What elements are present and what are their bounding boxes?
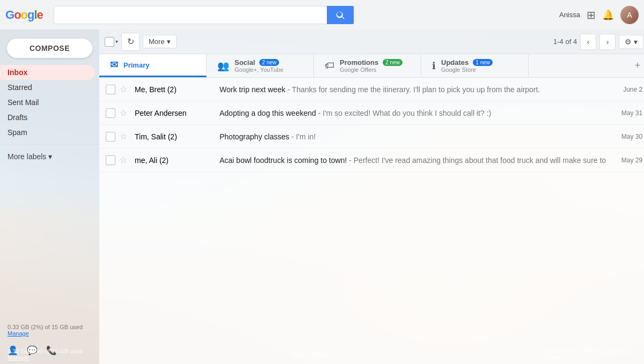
- tab-updates[interactable]: ℹ Updates 1 new Google Store: [421, 54, 529, 77]
- email-checkbox[interactable]: [106, 132, 115, 142]
- add-tab-button[interactable]: +: [626, 54, 644, 77]
- tab-social[interactable]: 👥 Social 2 new Google+, YouTube: [207, 54, 314, 77]
- starred-label: Starred: [8, 83, 32, 92]
- prev-page-button[interactable]: ‹: [580, 34, 596, 50]
- more-labels-arrow-icon: ▾: [48, 152, 52, 161]
- inbox-label: Inbox: [8, 68, 27, 77]
- email-snippet: - I'm so excited! What do you think I sh…: [318, 109, 491, 117]
- more-dropdown-arrow-icon: ▾: [167, 38, 171, 46]
- sidebar-item-starred[interactable]: Starred: [0, 80, 95, 95]
- table-row[interactable]: ☆ Tim, Salit (2) Photography classes - I…: [99, 125, 644, 148]
- email-content: Photography classes - I'm in!: [219, 132, 606, 141]
- email-subject: Photography classes: [219, 132, 289, 141]
- email-date: May 30: [610, 133, 642, 140]
- email-list: ☆ Me, Brett (2) Work trip next week - Th…: [99, 78, 644, 364]
- compose-button[interactable]: COMPOSE: [6, 38, 93, 58]
- toolbar-right: 1-4 of 4 ‹ › ⚙ ▾: [553, 34, 643, 50]
- email-subject: Adopting a dog this weekend: [219, 109, 316, 117]
- details-link[interactable]: Details: [543, 354, 561, 361]
- sidebar-storage: 0.33 GB (2%) of 15 GB used Manage: [0, 320, 99, 341]
- promotions-badge: 2 new: [383, 59, 402, 66]
- email-content: Acai bowl foodtruck is coming to town! -…: [219, 156, 606, 165]
- settings-button[interactable]: ⚙ ▾: [619, 35, 643, 49]
- more-button[interactable]: More ▾: [143, 35, 177, 48]
- email-date: June 2: [610, 86, 642, 93]
- search-button[interactable]: [327, 6, 354, 24]
- star-icon[interactable]: ☆: [120, 155, 130, 165]
- sidebar-item-sent[interactable]: Sent Mail: [0, 95, 95, 110]
- sidebar-item-drafts[interactable]: Drafts: [0, 110, 95, 125]
- email-date: May 29: [610, 157, 642, 164]
- refresh-icon: ↻: [127, 36, 134, 47]
- page-info: 1-4 of 4: [553, 38, 577, 46]
- search-input[interactable]: [54, 11, 327, 19]
- notifications-icon[interactable]: 🔔: [602, 9, 614, 21]
- drafts-label: Drafts: [8, 113, 27, 122]
- next-page-button[interactable]: ›: [599, 34, 616, 50]
- select-all-checkbox-group: ▾: [105, 37, 118, 47]
- manage-storage-link[interactable]: Manage: [8, 330, 29, 337]
- table-row[interactable]: ☆ Peter Andersen Adopting a dog this wee…: [99, 101, 644, 125]
- refresh-button[interactable]: ↻: [121, 33, 140, 51]
- primary-tab-name: Primary: [123, 61, 149, 69]
- social-tab-subtitle: Google+, YouTube: [235, 66, 283, 73]
- toolbar: ▾ ↻ More ▾ 1-4 of 4 ‹ › ⚙ ▾: [99, 29, 644, 54]
- email-snippet: - Thanks for sending me the itinerary. I…: [288, 85, 540, 94]
- promotions-tab-subtitle: Google Offers: [340, 66, 402, 73]
- email-date: May 31: [610, 109, 642, 117]
- email-checkbox[interactable]: [106, 85, 115, 94]
- star-icon[interactable]: ☆: [120, 108, 130, 118]
- gear-icon: ⚙: [625, 38, 632, 46]
- more-labels-button[interactable]: More labels ▾: [0, 149, 99, 164]
- select-all-checkbox[interactable]: [105, 37, 114, 47]
- sidebar-item-spam[interactable]: Spam: [0, 125, 95, 140]
- sidebar-item-inbox[interactable]: Inbox: [0, 65, 95, 80]
- tab-primary[interactable]: ✉ Primary: [99, 54, 207, 77]
- user-name: Anissa: [559, 11, 580, 19]
- privacy-link[interactable]: Privacy: [313, 351, 333, 358]
- star-icon[interactable]: ☆: [120, 84, 130, 94]
- checkbox-dropdown-arrow-icon[interactable]: ▾: [115, 39, 118, 44]
- promotions-tab-name: Promotions: [340, 58, 378, 66]
- email-checkbox[interactable]: [106, 155, 115, 165]
- email-subject: Acai bowl foodtruck is coming to town!: [219, 156, 347, 165]
- email-sender: Peter Andersen: [135, 109, 215, 117]
- updates-tab-subtitle: Google Store: [441, 66, 493, 73]
- footer-activity: Last account activity: 0 minutes ago Det…: [543, 348, 636, 361]
- email-sender: Me, Brett (2): [135, 85, 215, 94]
- email-panel: ▾ ↻ More ▾ 1-4 of 4 ‹ › ⚙ ▾: [99, 29, 644, 364]
- avatar[interactable]: A: [620, 6, 639, 24]
- google-logo: Google: [5, 8, 43, 22]
- footer-storage: 0.33 GB (2%) of 15 GB used Manage: [8, 348, 83, 361]
- email-content: Adopting a dog this weekend - I'm so exc…: [219, 109, 606, 117]
- table-row[interactable]: ☆ me, Ali (2) Acai bowl foodtruck is com…: [99, 148, 644, 172]
- email-sender: Tim, Salit (2): [135, 132, 215, 141]
- apps-icon[interactable]: ⊞: [587, 9, 596, 21]
- chevron-right-icon: ›: [606, 38, 609, 46]
- star-icon[interactable]: ☆: [120, 131, 130, 142]
- sidebar: COMPOSE Inbox Starred Sent Mail Drafts S…: [0, 29, 99, 364]
- social-tab-name: Social: [235, 58, 255, 66]
- table-row[interactable]: ☆ Me, Brett (2) Work trip next week - Th…: [99, 78, 644, 101]
- terms-link[interactable]: Terms: [292, 351, 309, 358]
- email-sender: me, Ali (2): [135, 156, 215, 165]
- footer: 0.33 GB (2%) of 15 GB used Manage Terms …: [0, 345, 644, 364]
- email-snippet: - Perfect! I've read amazing things abou…: [349, 156, 606, 165]
- email-subject: Work trip next week: [219, 85, 286, 94]
- social-badge: 2 new: [259, 59, 279, 66]
- email-content: Work trip next week - Thanks for sending…: [219, 85, 606, 94]
- search-bar: [54, 6, 354, 24]
- top-right-actions: Anissa ⊞ 🔔 A: [559, 6, 639, 24]
- chevron-left-icon: ‹: [587, 38, 590, 46]
- main-area: COMPOSE Inbox Starred Sent Mail Drafts S…: [0, 29, 644, 364]
- sent-label: Sent Mail: [8, 98, 39, 107]
- footer-links: Terms · Privacy: [292, 351, 333, 358]
- tab-promotions[interactable]: 🏷 Promotions 2 new Google Offers: [314, 54, 421, 77]
- tabs-bar: ✉ Primary 👥 Social 2 new Google+, YouTub…: [99, 54, 644, 78]
- updates-tab-name: Updates: [441, 58, 469, 66]
- more-label: More: [149, 38, 165, 46]
- spam-label: Spam: [8, 128, 27, 137]
- footer-manage-link[interactable]: Manage: [8, 354, 29, 361]
- email-checkbox[interactable]: [106, 108, 115, 118]
- settings-dropdown-arrow-icon: ▾: [634, 38, 638, 46]
